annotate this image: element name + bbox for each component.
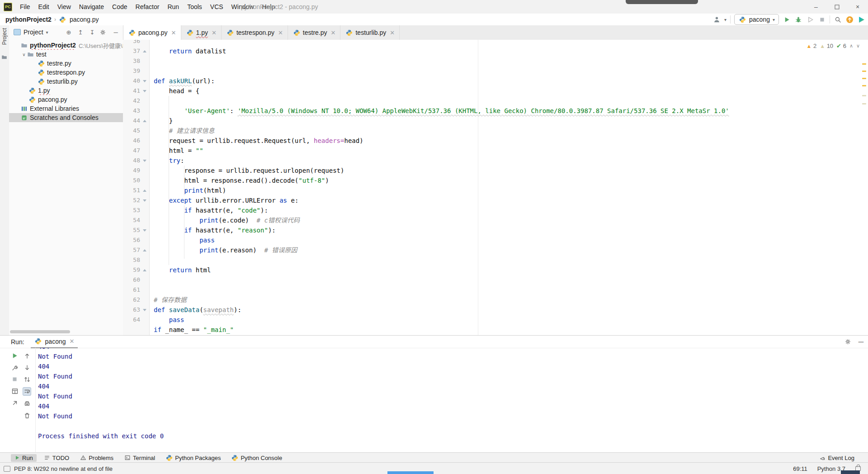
status-message[interactable]: PEP 8: W292 no newline at end of file bbox=[4, 465, 113, 472]
stop-button[interactable] bbox=[11, 375, 19, 383]
pin-tab-icon[interactable] bbox=[11, 399, 19, 407]
swap-order-icon[interactable] bbox=[23, 375, 31, 383]
menu-item-edit[interactable]: Edit bbox=[34, 0, 53, 14]
horizontal-scrollbar[interactable] bbox=[10, 330, 70, 333]
stripe-mark[interactable] bbox=[862, 85, 866, 86]
hide-panel-icon[interactable]: ─ bbox=[111, 29, 120, 36]
chevron-expand-icon[interactable]: ∨ bbox=[21, 52, 27, 57]
fold-marker-icon[interactable] bbox=[143, 309, 146, 311]
menu-item-navigate[interactable]: Navigate bbox=[75, 0, 108, 14]
menu-item-code[interactable]: Code bbox=[108, 0, 131, 14]
rerun-button[interactable] bbox=[11, 352, 19, 360]
tab-close-icon[interactable]: ✕ bbox=[390, 29, 395, 36]
tree-item-scratches-and-consoles[interactable]: Scratches and Consoles bbox=[9, 113, 123, 122]
tree-item-testurlib-py[interactable]: testurlib.py bbox=[9, 77, 123, 86]
error-stripe[interactable] bbox=[862, 40, 868, 335]
maximize-icon[interactable] bbox=[826, 0, 847, 14]
tab-close-icon[interactable]: ✕ bbox=[70, 338, 75, 345]
stripe-mark[interactable] bbox=[862, 63, 866, 65]
code-editor[interactable]: 3637 return datalist383940def askURL(url… bbox=[123, 40, 868, 335]
stripe-project-label[interactable]: Project bbox=[1, 28, 8, 45]
menu-item-refactor[interactable]: Refactor bbox=[132, 0, 164, 14]
collapse-all-icon[interactable]: ↧ bbox=[88, 29, 97, 36]
print-icon[interactable] bbox=[23, 400, 31, 408]
tool-button-run[interactable]: Run bbox=[11, 454, 37, 462]
code-with-me-icon[interactable] bbox=[857, 15, 865, 24]
fold-marker-icon[interactable] bbox=[143, 50, 146, 52]
prev-issue-icon[interactable]: ∧ bbox=[849, 43, 853, 49]
run-tab[interactable]: pacong ✕ bbox=[31, 336, 78, 348]
fold-marker-icon[interactable] bbox=[143, 190, 146, 192]
stripe-mark[interactable] bbox=[862, 71, 866, 72]
tree-item-testrespon-py[interactable]: testrespon.py bbox=[9, 68, 123, 77]
tool-button-python-console[interactable]: Python Console bbox=[228, 454, 286, 462]
up-stack-icon[interactable] bbox=[23, 352, 31, 360]
menu-item-view[interactable]: View bbox=[53, 0, 75, 14]
fold-marker-icon[interactable] bbox=[143, 90, 146, 92]
fold-marker-icon[interactable] bbox=[143, 269, 146, 271]
gear-icon[interactable] bbox=[844, 338, 852, 346]
console-line: 404 bbox=[38, 381, 866, 391]
fold-marker-icon[interactable] bbox=[143, 80, 146, 82]
editor-tab-testrespon-py[interactable]: testrespon.py✕ bbox=[222, 25, 288, 40]
locate-file-icon[interactable]: ⊕ bbox=[64, 29, 73, 36]
update-icon[interactable] bbox=[845, 15, 854, 24]
stripe-mark[interactable] bbox=[862, 103, 866, 104]
editor-tab-pacong-py[interactable]: pacong.py✕ bbox=[123, 25, 181, 40]
editor-tab-testre-py[interactable]: testre.py✕ bbox=[288, 25, 341, 40]
run-coverage-button[interactable] bbox=[806, 15, 814, 24]
chevron-down-icon[interactable]: ▾ bbox=[46, 30, 48, 35]
fold-marker-icon[interactable] bbox=[143, 160, 146, 162]
tool-window-bar: RunTODOProblemsTerminalPython PackagesPy… bbox=[0, 452, 868, 463]
tab-close-icon[interactable]: ✕ bbox=[278, 29, 283, 36]
restore-layout-icon[interactable] bbox=[11, 387, 19, 395]
tab-close-icon[interactable]: ✕ bbox=[171, 29, 176, 36]
breadcrumb-file[interactable]: pacong.py bbox=[70, 16, 99, 23]
run-button[interactable] bbox=[783, 15, 791, 24]
tree-item-pacong-py[interactable]: pacong.py bbox=[9, 95, 123, 104]
down-stack-icon[interactable] bbox=[23, 364, 31, 371]
soft-wrap-button[interactable] bbox=[23, 387, 31, 396]
tool-button-event-log[interactable]: Event Log bbox=[816, 454, 858, 462]
menu-item-tools[interactable]: Tools bbox=[183, 0, 206, 14]
tree-item-test[interactable]: ∨test bbox=[9, 50, 123, 59]
gear-icon[interactable] bbox=[99, 29, 108, 36]
run-configuration-select[interactable]: pacong ▾ bbox=[734, 14, 779, 25]
close-icon[interactable]: × bbox=[847, 0, 868, 14]
menu-item-vcs[interactable]: VCS bbox=[206, 0, 227, 14]
tree-item-external-libraries[interactable]: External Libraries bbox=[9, 104, 123, 113]
clear-all-icon[interactable] bbox=[23, 412, 31, 419]
settings-wrench-icon[interactable] bbox=[11, 364, 19, 371]
hide-panel-icon[interactable]: ─ bbox=[859, 338, 863, 346]
user-icon[interactable] bbox=[712, 15, 721, 24]
editor-tab-testurlib-py[interactable]: testurlib.py✕ bbox=[340, 25, 400, 40]
inspections-widget[interactable]: ▲ 2 ▲ 10 ✔ 6 ∧ ∨ bbox=[804, 42, 862, 50]
tool-button-problems[interactable]: Problems bbox=[76, 454, 117, 462]
console-output[interactable]: 404Not Found404Not Found404Not Found404N… bbox=[38, 348, 866, 452]
fold-marker-icon[interactable] bbox=[143, 249, 146, 251]
menu-item-file[interactable]: File bbox=[16, 0, 34, 14]
expand-all-icon[interactable]: ↥ bbox=[76, 29, 85, 36]
fold-marker-icon[interactable] bbox=[143, 229, 146, 232]
next-issue-icon[interactable]: ∨ bbox=[856, 43, 860, 49]
breadcrumb-project[interactable]: pythonProject2 bbox=[5, 16, 52, 23]
tool-button-python-packages[interactable]: Python Packages bbox=[162, 454, 224, 462]
tree-item-1-py[interactable]: 1.py bbox=[9, 86, 123, 95]
fold-marker-icon[interactable] bbox=[143, 120, 146, 122]
search-everywhere-icon[interactable] bbox=[834, 15, 842, 24]
tool-button-todo[interactable]: TODO bbox=[40, 454, 73, 462]
stripe-mark[interactable] bbox=[862, 95, 866, 96]
tool-button-terminal[interactable]: Terminal bbox=[121, 454, 159, 462]
tree-item-testre-py[interactable]: testre.py bbox=[9, 59, 123, 68]
editor-tab-1-py[interactable]: 1.py✕ bbox=[181, 25, 222, 40]
tab-close-icon[interactable]: ✕ bbox=[212, 29, 217, 36]
minimize-icon[interactable]: – bbox=[806, 0, 826, 14]
menu-item-run[interactable]: Run bbox=[163, 0, 183, 14]
project-panel-title[interactable]: Project bbox=[24, 28, 43, 36]
stripe-mark[interactable] bbox=[862, 78, 866, 79]
debug-button[interactable] bbox=[794, 15, 802, 24]
tree-item-pythonproject2[interactable]: pythonProject2C:\Users\孙健康\Pycha bbox=[9, 41, 123, 50]
fold-marker-icon[interactable] bbox=[143, 199, 146, 202]
tab-close-icon[interactable]: ✕ bbox=[331, 29, 336, 36]
caret-position[interactable]: 69:11 bbox=[793, 465, 807, 472]
